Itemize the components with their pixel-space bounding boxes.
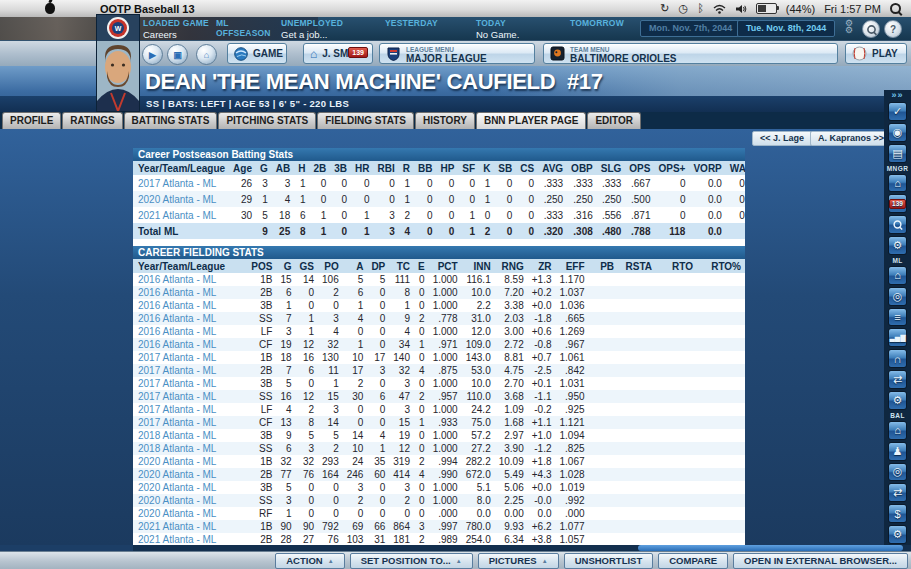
year-team-cell[interactable]: 2020 Atlanta - ML [133, 507, 247, 520]
stat-cell [656, 507, 697, 520]
year-team-cell[interactable]: 2020 Atlanta - ML [133, 481, 247, 494]
transactions-icon[interactable]: ⇄ [888, 370, 907, 389]
apple-menu-icon[interactable] [45, 3, 55, 14]
stat-cell: 1.094 [556, 429, 589, 442]
open-in-external-browser--button[interactable]: OPEN IN EXTERNAL BROWSER... [733, 553, 908, 569]
save-button[interactable]: ▣ [167, 44, 188, 65]
settings-gears-icon[interactable]: ⚙⚙ [845, 18, 853, 35]
news-icon[interactable]: ≡ [888, 308, 907, 327]
bluetooth-icon[interactable]: ᛒ [697, 0, 704, 17]
column-header: CS [516, 161, 538, 175]
stat-cell: .992 [556, 494, 589, 507]
manager-menu-button[interactable]: ⌂ J. SMITH 139 [303, 43, 373, 64]
set-position-to--button[interactable]: SET POSITION TO...▲ [350, 553, 473, 569]
spotlight-search-icon[interactable] [890, 3, 901, 14]
team-scores-icon[interactable]: ◎ [888, 463, 907, 482]
tab-fielding-stats[interactable]: FIELDING STATS [317, 112, 414, 129]
pictures-button[interactable]: PICTURES▲ [478, 553, 559, 569]
tab-bnn-player-page[interactable]: BNN PLAYER PAGE [476, 112, 586, 129]
wifi-icon[interactable] [713, 4, 726, 14]
year-team-cell[interactable]: 2017 Atlanta - ML [133, 390, 247, 403]
collapse-chevrons[interactable]: »» [884, 90, 911, 101]
year-team-cell[interactable]: 2020 Atlanta - ML [133, 191, 229, 207]
stat-cell: 14 [318, 416, 343, 429]
stat-cell: 1 [458, 223, 479, 239]
stats-chart-icon[interactable]: ▃▅▇ [888, 328, 907, 347]
menu-clock[interactable]: Fri 1:57 PM [824, 3, 881, 15]
league-home-icon[interactable]: ⌂ [888, 266, 907, 285]
window-search-button[interactable] [862, 20, 880, 38]
year-team-cell[interactable]: 2017 Atlanta - ML [133, 364, 247, 377]
stat-cell: SS [247, 494, 276, 507]
year-team-cell[interactable]: 2016 Atlanta - ML [133, 312, 247, 325]
year-team-cell[interactable]: 2016 Atlanta - ML [133, 325, 247, 338]
year-team-cell[interactable]: 2020 Atlanta - ML [133, 468, 247, 481]
volume-icon[interactable] [735, 4, 747, 14]
compare-button[interactable]: COMPARE [658, 553, 728, 569]
year-team-cell[interactable]: 2017 Atlanta - ML [133, 403, 247, 416]
tab-history[interactable]: HISTORY [415, 112, 475, 129]
tasks-check-icon[interactable]: ✓ [888, 102, 907, 121]
play-button[interactable]: PLAY [845, 43, 907, 64]
stat-cell: 3 [414, 520, 429, 533]
year-team-cell[interactable]: 2018 Atlanta - ML [133, 429, 247, 442]
year-team-cell[interactable]: 2016 Atlanta - ML [133, 299, 247, 312]
almanac-icon[interactable]: ▤ [888, 144, 907, 163]
forward-button[interactable]: ▶ [142, 44, 163, 65]
year-team-cell[interactable]: 2017 Atlanta - ML [133, 416, 247, 429]
year-team-cell[interactable]: 2020 Atlanta - ML [133, 455, 247, 468]
stat-cell: 0 [296, 286, 318, 299]
world-icon[interactable]: ◉ [888, 123, 907, 142]
stat-cell: 3.90 [495, 442, 528, 455]
year-team-cell[interactable]: 2021 Atlanta - ML [133, 207, 229, 223]
stat-cell [697, 377, 745, 390]
team-home-icon[interactable]: ⌂ [888, 421, 907, 440]
team-transactions-icon[interactable]: ⇄ [888, 483, 907, 502]
year-team-cell[interactable]: 2017 Atlanta - ML [133, 175, 229, 191]
prev-player-button[interactable]: << J. Lage [752, 131, 812, 146]
date-box-monday[interactable]: Mon. Nov. 7th, 2044 [640, 20, 741, 37]
search-icon[interactable] [888, 215, 907, 234]
column-header: SB [494, 161, 516, 175]
app-name[interactable]: OOTP Baseball 13 [100, 3, 195, 15]
manager-options-icon[interactable]: ⚙ [888, 236, 907, 255]
lineup-batter-icon[interactable]: ♟ [888, 442, 907, 461]
scores-target-icon[interactable]: ◎ [888, 287, 907, 306]
year-team-cell[interactable]: 2020 Atlanta - ML [133, 494, 247, 507]
stat-cell: .333 [597, 175, 626, 191]
stat-cell: 1.000 [429, 429, 462, 442]
home-button[interactable]: ⌂ [196, 44, 217, 65]
year-team-cell[interactable]: 2016 Atlanta - ML [133, 273, 247, 286]
league-settings-icon[interactable]: ⚙ [888, 391, 907, 410]
year-team-cell[interactable]: 2021 Atlanta - ML [133, 520, 247, 533]
broadcast-headset-icon[interactable]: ∩ [888, 349, 907, 368]
year-team-cell[interactable]: 2016 Atlanta - ML [133, 338, 247, 351]
date-box-tuesday[interactable]: Tue. Nov. 8th, 2044 [737, 20, 835, 37]
team-menu-button[interactable]: TEAM MENU BALTIMORE ORIOLES [543, 43, 838, 64]
unshortlist-button[interactable]: UNSHORTLIST [564, 553, 654, 569]
team-settings-icon[interactable]: ⚙ [888, 525, 907, 544]
stat-cell: 0 [296, 481, 318, 494]
messages-badge-icon[interactable]: 139 [888, 194, 907, 213]
tab-pitching-stats[interactable]: PITCHING STATS [218, 112, 316, 129]
tab-batting-stats[interactable]: BATTING STATS [124, 112, 218, 129]
finances-icon[interactable]: $ [888, 504, 907, 523]
manager-home-icon[interactable]: ⌂ [888, 174, 907, 193]
tab-ratings[interactable]: RATINGS [62, 112, 122, 129]
sync-icon[interactable]: ↻ [660, 0, 669, 17]
year-team-cell[interactable]: 2017 Atlanta - ML [133, 377, 247, 390]
clock-icon[interactable]: ◷ [679, 0, 689, 17]
help-button[interactable]: ? [884, 20, 902, 38]
year-team-cell[interactable]: 2017 Atlanta - ML [133, 351, 247, 364]
league-menu-button[interactable]: LEAGUE MENU MAJOR LEAGUE [379, 43, 535, 64]
stat-cell [618, 390, 656, 403]
year-team-cell[interactable]: 2016 Atlanta - ML [133, 286, 247, 299]
year-team-cell[interactable]: 2018 Atlanta - ML [133, 442, 247, 455]
action-button[interactable]: ACTION▲ [275, 553, 344, 569]
stat-cell: 27 [296, 533, 318, 545]
tab-profile[interactable]: PROFILE [2, 112, 61, 129]
year-team-cell[interactable]: 2021 Atlanta - ML [133, 533, 247, 545]
tab-editor[interactable]: EDITOR [587, 112, 641, 129]
next-player-button[interactable]: A. Kapranos >> [810, 131, 892, 146]
game-menu-button[interactable]: GAME [227, 43, 287, 64]
